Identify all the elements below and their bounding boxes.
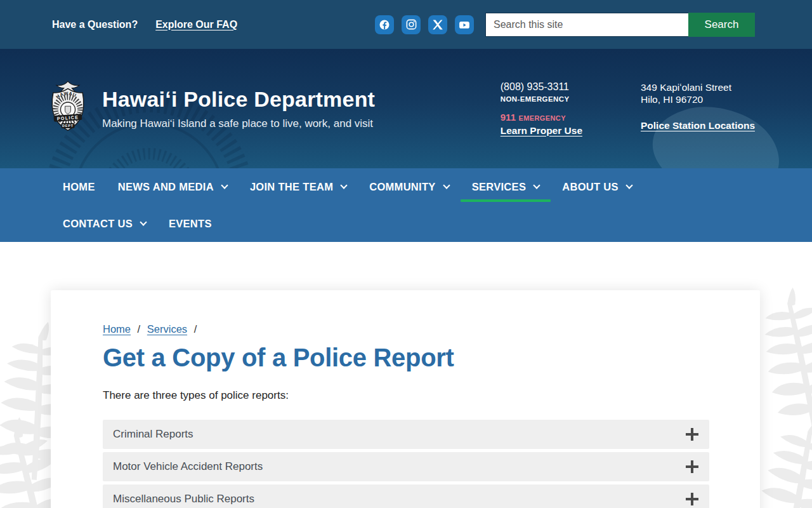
site-tagline: Making Hawaiʻi Island a safe place to li… (102, 117, 375, 130)
youtube-icon[interactable] (455, 15, 474, 34)
accordion-miscellaneous-public-reports[interactable]: Miscellaneous Public Reports (103, 485, 709, 508)
accordion-criminal-reports[interactable]: Criminal Reports (103, 420, 709, 449)
chevron-down-icon (341, 182, 348, 189)
nav-item-home[interactable]: HOME (51, 168, 107, 205)
nav-item-join-the-team[interactable]: JOIN THE TEAM (239, 168, 358, 205)
social-links (375, 15, 474, 34)
page-content-area: Home / Services / Get a Copy of a Police… (0, 242, 812, 507)
site-header: HAWAII POLICE DEPT Hawaiʻi Police Depart… (0, 49, 812, 168)
nav-item-events[interactable]: EVENTS (157, 205, 223, 242)
chevron-down-icon (140, 218, 147, 225)
station-locations-link[interactable]: Police Station Locations (641, 120, 755, 131)
content-card: Home / Services / Get a Copy of a Police… (51, 290, 760, 508)
address-block: 349 Kapiʻolani Street Hilo, HI 96720 Pol… (641, 81, 755, 131)
address-line-2: Hilo, HI 96720 (641, 93, 755, 105)
search-button[interactable]: Search (688, 13, 755, 37)
svg-text:DEPT: DEPT (62, 124, 74, 128)
phone-block: (808) 935-3311 NON-EMERGENCY 911 EMERGEN… (501, 81, 582, 137)
site-title: Hawaiʻi Police Department (102, 87, 375, 112)
breadcrumb-services-link[interactable]: Services (147, 323, 187, 335)
x-twitter-icon[interactable] (428, 15, 447, 34)
intro-text: There are three types of police reports: (103, 389, 709, 402)
nav-item-about-us[interactable]: ABOUT US (551, 168, 643, 205)
facebook-icon[interactable] (375, 15, 394, 34)
chevron-down-icon (221, 182, 228, 189)
breadcrumb-separator: / (138, 323, 141, 335)
plus-icon[interactable] (686, 428, 698, 441)
accordion-motor-vehicle-accident-reports[interactable]: Motor Vehicle Accident Reports (103, 452, 709, 481)
chevron-down-icon (625, 182, 632, 189)
accordion-list: Criminal Reports Motor Vehicle Accident … (103, 420, 709, 508)
faq-prompt: Have a Question? Explore Our FAQ (52, 19, 237, 30)
breadcrumb-separator: / (194, 323, 197, 335)
top-utility-bar: Have a Question? Explore Our FAQ (0, 0, 812, 49)
fern-watermark-icon (756, 261, 812, 471)
non-emergency-label: NON-EMERGENCY (501, 95, 582, 103)
breadcrumb: Home / Services / (103, 323, 709, 335)
chevron-down-icon (443, 182, 450, 189)
emergency-number: 911 (501, 112, 516, 123)
faq-link[interactable]: Explore Our FAQ (155, 19, 237, 30)
question-text: Have a Question? (52, 19, 138, 30)
search-input[interactable] (485, 13, 688, 37)
active-tab-indicator (461, 199, 551, 202)
nav-item-community[interactable]: COMMUNITY (358, 168, 460, 205)
learn-proper-use-link[interactable]: Learn Proper Use (501, 125, 582, 137)
nav-item-news-and-media[interactable]: NEWS AND MEDIA (107, 168, 239, 205)
nav-item-contact-us[interactable]: CONTACT US (51, 205, 157, 242)
instagram-icon[interactable] (402, 15, 421, 34)
nav-item-services[interactable]: SERVICES (461, 168, 551, 205)
emergency-line: 911 EMERGENCY (501, 112, 582, 123)
address-line-1: 349 Kapiʻolani Street (641, 81, 755, 93)
main-navigation: HOME NEWS AND MEDIA JOIN THE TEAM COMMUN… (0, 168, 812, 242)
plus-icon[interactable] (686, 493, 698, 505)
plus-icon[interactable] (686, 460, 698, 473)
emergency-label: EMERGENCY (518, 114, 566, 122)
police-badge-logo: HAWAII POLICE DEPT (48, 79, 88, 138)
phone-number: (808) 935-3311 (501, 81, 582, 93)
breadcrumb-home-link[interactable]: Home (103, 323, 131, 335)
chevron-down-icon (534, 182, 540, 189)
site-search-form: Search (485, 13, 755, 37)
page-title: Get a Copy of a Police Report (103, 344, 709, 372)
